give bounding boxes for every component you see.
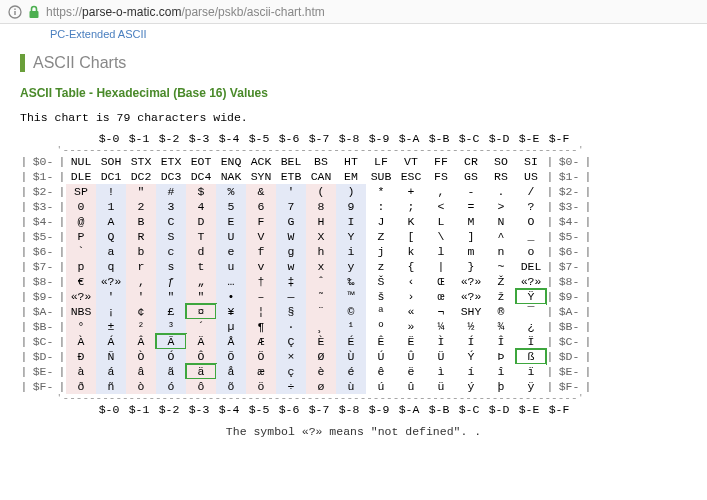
col-header: $-F — [544, 131, 574, 146]
ascii-cell: O — [516, 214, 546, 229]
col-header: $-A — [394, 402, 424, 417]
svg-rect-3 — [30, 11, 39, 18]
ascii-cell: «?» — [66, 289, 96, 304]
col-header: $-D — [484, 131, 514, 146]
ascii-cell: † — [246, 274, 276, 289]
ascii-cell: • — [216, 289, 246, 304]
col-header: $-2 — [154, 402, 184, 417]
ascii-cell: 2 — [126, 199, 156, 214]
ascii-cell: Ë — [396, 334, 426, 349]
ascii-cell: ä — [186, 364, 216, 379]
ascii-cell: ô — [186, 379, 216, 394]
ascii-cell: o — [516, 244, 546, 259]
ascii-cell: Î — [486, 334, 516, 349]
row-label: $6- — [554, 244, 584, 259]
row-label: $9- — [28, 289, 58, 304]
ascii-cell: ¯ — [516, 304, 546, 319]
ascii-cell: DC4 — [186, 169, 216, 184]
row-label: $2- — [28, 184, 58, 199]
ascii-cell: º — [366, 319, 396, 334]
ascii-cell: Æ — [246, 334, 276, 349]
ascii-cell: ^ — [486, 229, 516, 244]
ascii-cell: ) — [336, 184, 366, 199]
table-row: |$2-|SP!"#$%&'()*+,-./|$2-| — [20, 184, 687, 199]
table-row: |$D-|ÐÑÒÓÔÕÖ×ØÙÚÛÜÝÞß|$D-| — [20, 349, 687, 364]
col-header: $-4 — [214, 402, 244, 417]
ascii-cell: Ê — [366, 334, 396, 349]
ascii-cell: ( — [306, 184, 336, 199]
ascii-cell: ¶ — [246, 319, 276, 334]
ascii-cell: š — [366, 289, 396, 304]
ascii-cell: SP — [66, 184, 96, 199]
row-label: $C- — [28, 334, 58, 349]
table-row: |$7-|pqrstuvwxyz{|}~DEL|$7-| — [20, 259, 687, 274]
ascii-cell: : — [366, 199, 396, 214]
ascii-cell: Ñ — [96, 349, 126, 364]
ascii-cell: DEL — [516, 259, 546, 274]
ascii-cell: » — [396, 319, 426, 334]
ascii-cell: STX — [126, 154, 156, 169]
ascii-cell: ‡ — [276, 274, 306, 289]
ascii-cell: ; — [396, 199, 426, 214]
ascii-cell: EOT — [186, 154, 216, 169]
row-label: $7- — [28, 259, 58, 274]
row-label: $3- — [554, 199, 584, 214]
ascii-cell: æ — [246, 364, 276, 379]
ascii-cell: ± — [96, 319, 126, 334]
ascii-cell: «?» — [516, 274, 546, 289]
ascii-cell: Õ — [216, 349, 246, 364]
ascii-cell: e — [216, 244, 246, 259]
ascii-cell: 4 — [186, 199, 216, 214]
row-label: $D- — [554, 349, 584, 364]
ascii-cell: Ò — [126, 349, 156, 364]
ascii-cell: Ü — [426, 349, 456, 364]
ascii-cell: BS — [306, 154, 336, 169]
ascii-cell: F — [246, 214, 276, 229]
ascii-cell: N — [486, 214, 516, 229]
ascii-cell: $ — [186, 184, 216, 199]
ascii-cell: £ — [156, 304, 186, 319]
row-label: $4- — [28, 214, 58, 229]
ascii-cell: Í — [456, 334, 486, 349]
ascii-cell: þ — [486, 379, 516, 394]
ascii-cell: Ú — [366, 349, 396, 364]
ascii-cell: < — [426, 199, 456, 214]
ascii-cell: l — [426, 244, 456, 259]
ascii-cell: ¿ — [516, 319, 546, 334]
ascii-cell: û — [396, 379, 426, 394]
ascii-cell: ª — [366, 304, 396, 319]
ascii-cell: S — [156, 229, 186, 244]
ascii-cell: … — [216, 274, 246, 289]
ascii-cell: NUL — [66, 154, 96, 169]
ascii-cell: Å — [216, 334, 246, 349]
ascii-cell: . — [486, 184, 516, 199]
ascii-cell: " — [126, 184, 156, 199]
ascii-cell: 1 — [96, 199, 126, 214]
ascii-cell: ™ — [336, 289, 366, 304]
ascii-cell: & — [246, 184, 276, 199]
ascii-cell: C — [156, 214, 186, 229]
lock-icon — [28, 5, 40, 19]
ascii-cell: ¢ — [126, 304, 156, 319]
col-header: $-5 — [244, 131, 274, 146]
col-header: $-A — [394, 131, 424, 146]
ascii-cell: ý — [456, 379, 486, 394]
ascii-cell: LF — [366, 154, 396, 169]
ascii-cell: w — [276, 259, 306, 274]
ascii-cell: Ý — [456, 349, 486, 364]
table-row: |$1-|DLEDC1DC2DC3DC4NAKSYNETBCANEMSUBESC… — [20, 169, 687, 184]
ascii-cell: «?» — [456, 289, 486, 304]
ascii-cell: ³ — [156, 319, 186, 334]
col-header: $-8 — [334, 131, 364, 146]
ascii-cell: CAN — [306, 169, 336, 184]
address-bar[interactable]: https://parse-o-matic.com/parse/pskb/asc… — [0, 0, 707, 24]
ascii-cell: – — [246, 289, 276, 304]
breadcrumb[interactable]: PC-Extended ASCII — [20, 24, 687, 44]
ascii-cell: k — [396, 244, 426, 259]
ascii-cell: ç — [276, 364, 306, 379]
ascii-cell: Ä — [186, 334, 216, 349]
ascii-cell: \ — [426, 229, 456, 244]
row-label: $E- — [554, 364, 584, 379]
ascii-cell: ê — [366, 364, 396, 379]
table-row: |$5-|PQRSTUVWXYZ[\]^_|$5-| — [20, 229, 687, 244]
